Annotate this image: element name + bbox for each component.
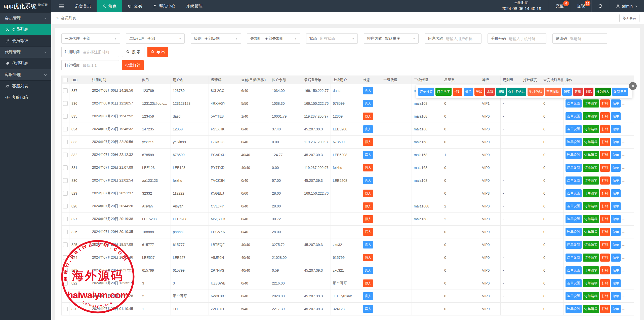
action-button-2[interactable]: 订单清零 — [583, 266, 599, 274]
action-button-2[interactable]: 订单清零 — [583, 125, 599, 133]
row-checkbox[interactable] — [63, 127, 68, 131]
nav-item-home[interactable]: 后台首页 — [69, 0, 97, 12]
row-checkbox[interactable] — [63, 217, 68, 221]
popup-action-button-13[interactable]: 删除 — [584, 88, 593, 96]
action-button-4[interactable]: 做单 — [611, 292, 621, 300]
action-button-3[interactable]: 打针 — [600, 112, 610, 120]
more-actions-button[interactable]: ... — [622, 114, 626, 118]
action-button-4[interactable]: 做单 — [611, 228, 621, 236]
admin-menu[interactable]: admin — [609, 0, 644, 12]
sidebar-item-member-list[interactable]: 会员列表 — [0, 24, 51, 35]
row-checkbox[interactable] — [63, 255, 68, 260]
more-actions-button[interactable]: ... — [622, 281, 626, 285]
action-button-3[interactable]: 打针 — [600, 176, 610, 185]
popup-action-button-1[interactable]: 连单设置 — [418, 88, 434, 96]
row-checkbox[interactable] — [63, 165, 68, 170]
more-actions-button[interactable]: ... — [622, 204, 626, 208]
popup-action-button-3[interactable]: 打针 — [453, 88, 462, 96]
action-button-3[interactable]: 打针 — [600, 138, 610, 146]
more-actions-button[interactable]: ... — [622, 230, 626, 234]
action-button-1[interactable]: 连单设置 — [566, 138, 582, 146]
action-button-3[interactable]: 打针 — [600, 305, 610, 313]
action-button-3[interactable]: 打针 — [600, 254, 610, 262]
action-button-1[interactable]: 连单设置 — [566, 202, 582, 210]
sidebar-group-members[interactable]: 会员管理 — [0, 12, 51, 24]
more-actions-button[interactable]: ... — [622, 191, 626, 195]
withdraw-link[interactable]: 提现 16 — [570, 0, 591, 12]
action-button-3[interactable]: 打针 — [600, 292, 610, 300]
needle-range-field[interactable]: 打针幅度 — [61, 60, 119, 70]
filter-text-input[interactable] — [570, 37, 604, 41]
action-button-4[interactable]: 做单 — [611, 202, 621, 210]
filter-select-1[interactable]: 一级代理全部▼ — [61, 33, 120, 44]
row-checkbox[interactable] — [63, 242, 68, 247]
action-button-4[interactable]: 做单 — [611, 189, 621, 197]
row-checkbox[interactable] — [63, 153, 68, 157]
row-checkbox[interactable] — [63, 114, 68, 119]
row-checkbox[interactable] — [63, 268, 68, 273]
action-button-1[interactable]: 连单设置 — [566, 112, 582, 120]
more-actions-button[interactable]: ... — [622, 294, 626, 298]
action-button-1[interactable]: 连单设置 — [566, 241, 582, 249]
action-button-4[interactable]: 做单 — [611, 254, 621, 262]
action-button-3[interactable]: 打针 — [600, 279, 610, 287]
more-actions-button[interactable]: ... — [622, 307, 626, 311]
row-checkbox[interactable] — [63, 191, 68, 196]
action-button-3[interactable]: 打针 — [600, 164, 610, 172]
action-button-2[interactable]: 订单清零 — [583, 305, 599, 313]
add-member-button[interactable]: 添加会员 — [619, 14, 639, 22]
row-checkbox[interactable] — [63, 294, 68, 298]
needle-range-input[interactable] — [83, 63, 116, 67]
popup-action-button-6[interactable]: 余额 — [485, 88, 495, 96]
refresh-button[interactable] — [591, 0, 609, 12]
action-button-3[interactable]: 打针 — [600, 99, 610, 108]
popup-action-button-8[interactable]: 银行卡信息 — [507, 88, 526, 96]
action-button-3[interactable]: 打针 — [600, 151, 610, 159]
action-button-3[interactable]: 打针 — [600, 228, 610, 236]
filter-select-5[interactable]: 状态所有状态▼ — [306, 33, 358, 44]
nav-item-help[interactable]: 帮助中心 — [147, 0, 181, 12]
action-button-2[interactable]: 订单清零 — [583, 202, 599, 210]
recharge-link[interactable]: 充值 0 — [549, 0, 570, 12]
action-button-3[interactable]: 打针 — [600, 202, 610, 210]
popup-action-button-14[interactable]: 设为假人 — [595, 88, 611, 96]
popup-action-button-5[interactable]: 等级 — [474, 88, 484, 96]
action-button-4[interactable]: 做单 — [611, 241, 621, 249]
popup-close-button[interactable] — [629, 82, 637, 90]
action-button-1[interactable]: 连单设置 — [566, 292, 582, 300]
action-button-2[interactable]: 订单清零 — [583, 215, 599, 223]
register-time-picker[interactable]: 注册时间 — [61, 47, 119, 57]
popup-action-button-12[interactable]: 禁用 — [573, 88, 583, 96]
popup-action-button-9[interactable]: 地址信息 — [528, 88, 544, 96]
more-actions-button[interactable]: ... — [622, 165, 626, 169]
action-button-4[interactable]: 做单 — [611, 125, 621, 133]
popup-action-button-4[interactable]: 做单 — [464, 88, 473, 96]
action-button-2[interactable]: 订单清零 — [583, 176, 599, 185]
action-button-2[interactable]: 订单清零 — [583, 151, 599, 159]
action-button-4[interactable]: 做单 — [611, 279, 621, 287]
action-button-1[interactable]: 连单设置 — [566, 279, 582, 287]
action-button-2[interactable]: 订单清零 — [583, 189, 599, 197]
filter-text-input[interactable] — [509, 37, 543, 41]
row-checkbox[interactable] — [63, 204, 68, 208]
action-button-1[interactable]: 连单设置 — [566, 164, 582, 172]
action-button-2[interactable]: 订单清零 — [583, 112, 599, 120]
action-button-2[interactable]: 订单清零 — [583, 228, 599, 236]
sidebar-item-agent-list[interactable]: 代理列表 — [0, 58, 51, 69]
more-actions-button[interactable]: ... — [622, 127, 626, 131]
action-button-1[interactable]: 连单设置 — [566, 254, 582, 262]
action-button-3[interactable]: 打针 — [600, 241, 610, 249]
search-button[interactable]: 搜 索 — [122, 47, 144, 57]
more-actions-button[interactable]: ... — [622, 217, 626, 221]
more-actions-button[interactable]: ... — [622, 242, 626, 246]
row-checkbox[interactable] — [63, 178, 68, 183]
action-button-1[interactable]: 连单设置 — [566, 266, 582, 274]
action-button-4[interactable]: 做单 — [611, 138, 621, 146]
row-checkbox[interactable] — [63, 281, 68, 286]
action-button-1[interactable]: 连单设置 — [566, 228, 582, 236]
action-button-2[interactable]: 订单清零 — [583, 138, 599, 146]
row-checkbox[interactable] — [63, 140, 68, 144]
nav-item-trade[interactable]: 交易 — [122, 0, 147, 12]
sidebar-group-service[interactable]: 客服管理 — [0, 69, 51, 80]
app-logo[interactable]: app优化系统@cv718 — [0, 0, 51, 12]
